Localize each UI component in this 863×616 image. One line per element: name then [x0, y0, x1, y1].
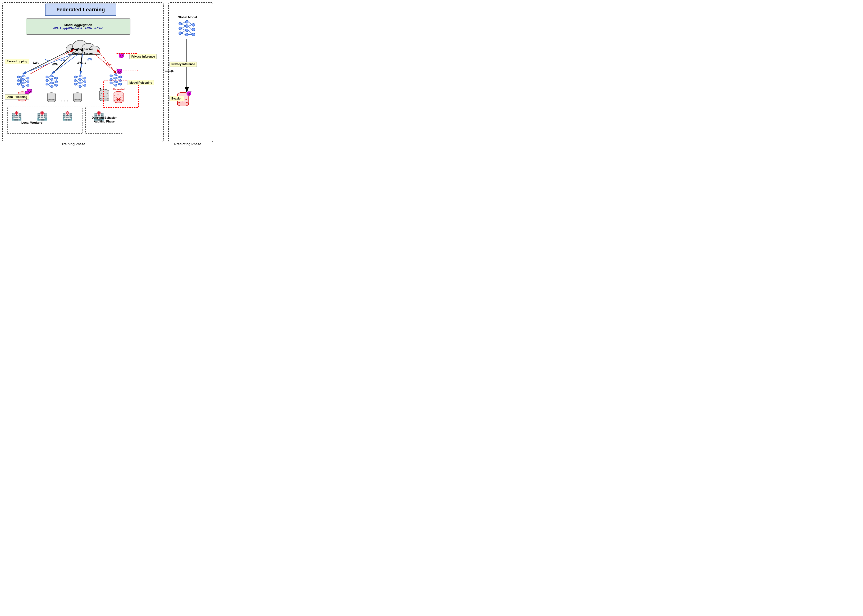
svg-point-41: [55, 77, 58, 79]
svg-line-67: [77, 77, 79, 79]
svg-line-51: [53, 78, 55, 79]
svg-point-60: [79, 78, 81, 80]
svg-line-76: [81, 83, 84, 85]
svg-point-82: [115, 77, 117, 79]
svg-line-143: [182, 30, 186, 33]
svg-point-59: [79, 75, 81, 77]
svg-point-129: [179, 22, 182, 25]
privacy-inference-predict-label: Privacy Inference: [170, 61, 197, 67]
svg-point-130: [179, 27, 182, 30]
svg-line-50: [53, 76, 55, 78]
svg-line-66: [77, 76, 79, 77]
svg-line-141: [182, 26, 186, 28]
global-model-nn: [177, 19, 196, 38]
training-phase-label: Training Phase: [61, 142, 85, 146]
svg-line-47: [48, 80, 50, 83]
svg-line-29: [24, 78, 27, 79]
svg-line-46: [48, 79, 50, 80]
data-audit-label: Data and BehaviorAuditing Phase: [86, 116, 123, 123]
svg-line-139: [182, 22, 186, 24]
svg-point-6: [17, 76, 20, 78]
global-model-label: Global Model: [175, 16, 199, 19]
svg-point-8: [17, 83, 20, 85]
svg-line-72: [81, 76, 84, 78]
aggregation-title: Model Aggregation: [64, 23, 92, 27]
svg-point-132: [186, 20, 188, 23]
svg-line-77: [81, 85, 84, 86]
aggregation-box: Model Aggregation ΔW=Aggr(ΔW₁+ΔW₂+...+ΔW…: [26, 19, 131, 35]
svg-point-138: [192, 33, 195, 36]
svg-line-33: [24, 85, 27, 86]
svg-line-48: [48, 83, 50, 84]
svg-point-39: [50, 82, 53, 84]
svg-point-40: [50, 85, 53, 88]
svg-line-31: [24, 82, 27, 83]
svg-line-74: [81, 79, 84, 82]
svg-point-43: [55, 84, 58, 86]
svg-line-89: [112, 76, 115, 78]
svg-point-133: [186, 25, 188, 27]
local-workers-box: [7, 107, 83, 134]
svg-point-134: [186, 29, 188, 32]
svg-line-73: [81, 78, 84, 79]
svg-point-34: [46, 76, 48, 78]
main-container: Federated Learning Model Aggregation ΔW=…: [0, 0, 216, 154]
svg-line-90: [112, 78, 115, 79]
svg-point-15: [27, 84, 29, 86]
svg-line-32: [24, 83, 27, 85]
svg-point-78: [110, 75, 112, 77]
svg-line-44: [48, 76, 50, 77]
local-workers-label: Local Workers: [21, 121, 43, 124]
svg-point-38: [50, 78, 53, 80]
svg-line-94: [117, 75, 119, 77]
svg-line-147: [188, 26, 192, 30]
svg-line-70: [77, 83, 79, 84]
svg-line-54: [53, 83, 55, 85]
svg-line-88: [112, 75, 115, 76]
svg-line-142: [182, 28, 186, 30]
eavesdropping-label: Eavesdropping: [5, 59, 29, 64]
svg-line-146: [188, 25, 192, 26]
svg-point-79: [110, 78, 112, 80]
svg-point-136: [192, 24, 195, 26]
weight-wn1: ΔWₙ₋₁: [77, 61, 86, 64]
svg-point-58: [74, 83, 77, 85]
svg-point-65: [84, 84, 86, 86]
weight-wn: ΔWₙ: [106, 63, 112, 66]
svg-line-144: [182, 33, 186, 35]
svg-point-137: [192, 28, 195, 31]
evasion-label: Evasion: [170, 96, 184, 101]
svg-point-7: [17, 79, 20, 82]
db-worker-2: [47, 93, 56, 102]
untrusted-label: Untrusted: [113, 88, 124, 91]
svg-point-85: [119, 76, 121, 78]
svg-point-135: [186, 33, 188, 36]
svg-point-131: [179, 32, 182, 35]
svg-point-61: [79, 82, 81, 84]
svg-point-64: [84, 80, 86, 83]
svg-line-53: [53, 82, 55, 83]
svg-point-11: [22, 82, 24, 84]
svg-line-95: [117, 77, 119, 78]
svg-line-69: [77, 80, 79, 83]
weight-dw3: ΔW: [87, 58, 92, 61]
svg-point-9: [22, 75, 24, 77]
svg-point-10: [22, 78, 24, 80]
svg-line-52: [53, 79, 55, 82]
svg-line-140: [182, 24, 186, 26]
fl-title: Federated Learning: [57, 6, 105, 13]
weight-w2: ΔW₂: [52, 63, 58, 66]
nn-worker-1: [16, 74, 30, 88]
svg-point-14: [27, 80, 29, 83]
devil-icon-evasion: 😈: [186, 91, 192, 96]
svg-point-63: [84, 77, 86, 79]
model-poisoning-label: Model Poisoning: [128, 80, 154, 85]
svg-line-28: [24, 76, 27, 78]
svg-line-49: [48, 84, 50, 86]
central-server-label-2: Central Server: [66, 52, 99, 55]
db-worker-n1: [73, 93, 82, 102]
svg-line-149: [188, 30, 192, 35]
trusted-label: Trusted: [99, 88, 108, 91]
svg-point-42: [55, 80, 58, 83]
svg-point-62: [79, 85, 81, 88]
